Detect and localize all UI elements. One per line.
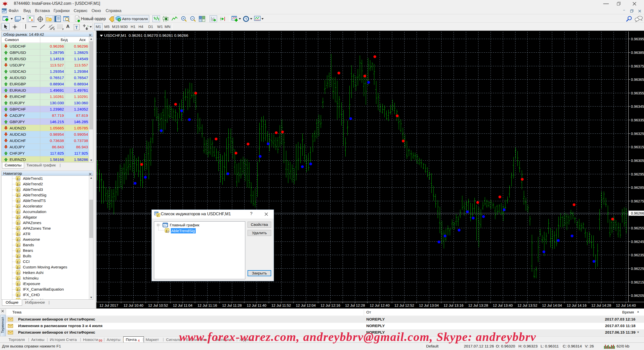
svg-text:12 Jul 14:40: 12 Jul 14:40 xyxy=(616,303,636,307)
svg-text:12 Jul 14:28: 12 Jul 14:28 xyxy=(591,303,611,307)
svg-text:USDCHF,M1 0.96261 0.96270 0.9: USDCHF,M1 0.96261 0.96270 0.96261 0.9626… xyxy=(104,33,188,38)
svg-text:0.96215: 0.96215 xyxy=(631,280,644,284)
svg-text:12 Jul 13:28: 12 Jul 13:28 xyxy=(468,303,488,307)
svg-text:12 Jul 11:52: 12 Jul 11:52 xyxy=(271,303,291,307)
svg-text:0.96385: 0.96385 xyxy=(631,51,644,55)
svg-text:E: E xyxy=(53,28,55,30)
svg-text:0.96315: 0.96315 xyxy=(631,145,644,149)
svg-text:0.96245: 0.96245 xyxy=(631,240,644,244)
svg-text:F: F xyxy=(62,28,64,30)
svg-text:12 Jul 13:04: 12 Jul 13:04 xyxy=(419,303,439,307)
svg-text:12 Jul 13:16: 12 Jul 13:16 xyxy=(444,303,463,307)
svg-text:12 Jul 14:16: 12 Jul 14:16 xyxy=(567,303,587,307)
svg-text:12 Jul 13:40: 12 Jul 13:40 xyxy=(493,303,513,307)
svg-text:0.96335: 0.96335 xyxy=(631,118,644,122)
svg-text:0.96285: 0.96285 xyxy=(631,186,644,190)
svg-text:12 Jul 12:40: 12 Jul 12:40 xyxy=(370,303,390,307)
svg-text:0.96365: 0.96365 xyxy=(631,78,644,82)
svg-text:12 Jul 12:04: 12 Jul 12:04 xyxy=(296,303,316,307)
svg-text:0.96266: 0.96266 xyxy=(631,211,644,215)
svg-text:0.96355: 0.96355 xyxy=(631,91,644,95)
svg-text:0.96345: 0.96345 xyxy=(631,104,644,109)
svg-text:12 Jul 10:40: 12 Jul 10:40 xyxy=(124,303,143,307)
svg-text:12 Jul 11:04: 12 Jul 11:04 xyxy=(173,303,192,307)
svg-text:12 Jul 12:52: 12 Jul 12:52 xyxy=(394,303,414,307)
svg-text:12 Jul 11:28: 12 Jul 11:28 xyxy=(222,303,242,307)
svg-text:0.96305: 0.96305 xyxy=(631,159,644,163)
svg-text:12 Jul 13:52: 12 Jul 13:52 xyxy=(517,303,537,307)
svg-text:0.96395: 0.96395 xyxy=(631,37,644,41)
svg-text:12 Jul 12:16: 12 Jul 12:16 xyxy=(320,303,340,307)
svg-text:12 Jul 12:28: 12 Jul 12:28 xyxy=(345,303,365,307)
svg-text:0.96205: 0.96205 xyxy=(631,294,644,298)
svg-text:T: T xyxy=(75,25,78,30)
svg-text:0.96375: 0.96375 xyxy=(631,64,644,68)
svg-text:12 Jul 14:04: 12 Jul 14:04 xyxy=(542,303,562,307)
svg-text:0.96275: 0.96275 xyxy=(631,199,644,203)
svg-text:12 Jul 11:40: 12 Jul 11:40 xyxy=(247,303,266,307)
svg-text:12 Jul 11:16: 12 Jul 11:16 xyxy=(197,303,217,307)
svg-text:0.96235: 0.96235 xyxy=(631,253,644,257)
svg-text:0.96295: 0.96295 xyxy=(631,172,644,176)
svg-text:0.96225: 0.96225 xyxy=(631,267,644,271)
svg-text:0.96325: 0.96325 xyxy=(631,132,644,136)
svg-text:0.96255: 0.96255 xyxy=(631,226,644,230)
svg-text:12 Jul 2017: 12 Jul 2017 xyxy=(99,303,118,307)
svg-text:12 Jul 10:52: 12 Jul 10:52 xyxy=(148,303,168,307)
